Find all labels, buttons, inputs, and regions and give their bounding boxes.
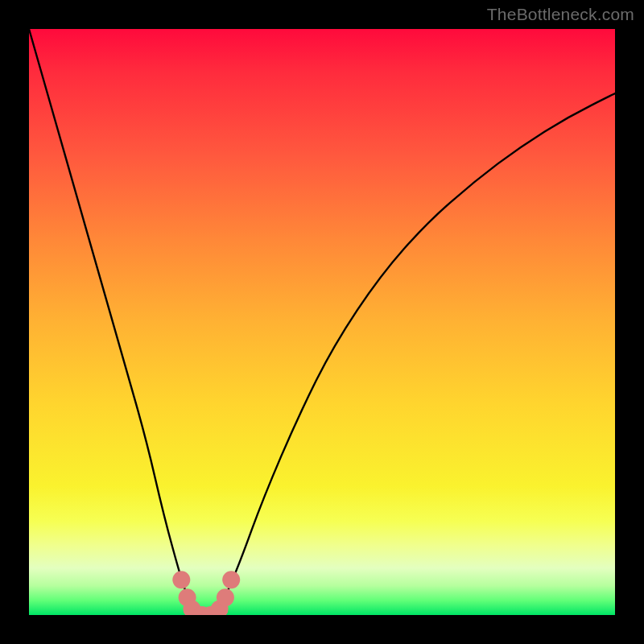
marker-group	[172, 571, 240, 615]
watermark-label: TheBottleneck.com	[487, 5, 634, 24]
chart-frame: TheBottleneck.com	[0, 0, 644, 644]
curve-marker	[217, 588, 234, 606]
curve-svg	[29, 29, 615, 615]
plot-area	[29, 29, 615, 615]
curve-marker	[172, 571, 190, 588]
bottleneck-curve-path	[29, 29, 615, 615]
curve-marker	[222, 571, 240, 588]
